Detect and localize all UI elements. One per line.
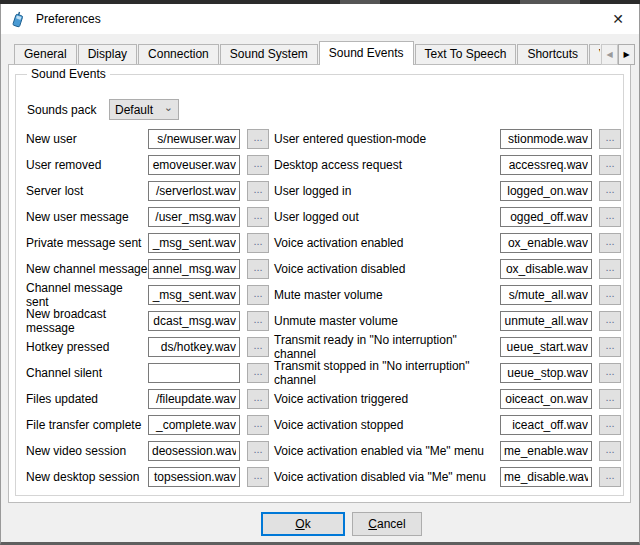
- sound-file-input[interactable]: [500, 467, 592, 487]
- browse-button[interactable]: ...: [599, 337, 621, 357]
- tab-connection[interactable]: Connection: [138, 44, 219, 64]
- browse-button[interactable]: ...: [599, 311, 621, 331]
- browse-button[interactable]: ...: [599, 233, 621, 253]
- sound-file-input[interactable]: [148, 337, 240, 357]
- sound-events-groupbox: Sound Events Sounds pack Default ⌄ New u…: [15, 74, 624, 496]
- sound-event-row: New video session ...: [26, 438, 269, 464]
- tab-shortcuts[interactable]: Shortcuts: [517, 44, 588, 64]
- tab-sound-system[interactable]: Sound System: [220, 44, 318, 64]
- browse-button[interactable]: ...: [247, 233, 269, 253]
- sound-file-input[interactable]: [148, 207, 240, 227]
- ok-button-label: Ok: [295, 517, 310, 531]
- browse-button[interactable]: ...: [599, 441, 621, 461]
- window-title: Preferences: [36, 12, 101, 26]
- browse-button[interactable]: ...: [599, 467, 621, 487]
- sound-file-input[interactable]: [500, 363, 592, 383]
- close-icon: ✕: [612, 11, 624, 27]
- browse-button[interactable]: ...: [599, 415, 621, 435]
- sounds-pack-value: Default: [115, 103, 153, 117]
- browse-button[interactable]: ...: [247, 337, 269, 357]
- browse-button[interactable]: ...: [247, 415, 269, 435]
- sound-file-input[interactable]: [500, 233, 592, 253]
- browse-button[interactable]: ...: [247, 259, 269, 279]
- sound-event-label: Transmit ready in "No interruption" chan…: [274, 333, 500, 361]
- browse-button[interactable]: ...: [599, 181, 621, 201]
- browse-button[interactable]: ...: [599, 129, 621, 149]
- browse-button[interactable]: ...: [599, 155, 621, 175]
- browse-button[interactable]: ...: [247, 155, 269, 175]
- sound-file-input[interactable]: [148, 311, 240, 331]
- browse-button[interactable]: ...: [599, 259, 621, 279]
- tab-scroll-right-button[interactable]: ▶: [618, 44, 635, 65]
- sound-file-input[interactable]: [148, 441, 240, 461]
- browse-button[interactable]: ...: [247, 467, 269, 487]
- browse-button[interactable]: ...: [247, 311, 269, 331]
- browse-button[interactable]: ...: [247, 389, 269, 409]
- sound-file-input[interactable]: [500, 441, 592, 461]
- sound-event-label: User removed: [26, 158, 148, 172]
- sound-file-input[interactable]: [148, 233, 240, 253]
- sound-file-input[interactable]: [500, 337, 592, 357]
- sound-file-input[interactable]: [500, 311, 592, 331]
- browse-button[interactable]: ...: [247, 181, 269, 201]
- sound-event-row: Transmit stopped in "No interruption" ch…: [274, 360, 621, 386]
- sound-event-label: Voice activation disabled via "Me" menu: [274, 470, 500, 484]
- browse-button[interactable]: ...: [247, 129, 269, 149]
- sound-file-input[interactable]: [500, 207, 592, 227]
- sound-event-row: New channel message ...: [26, 256, 269, 282]
- sound-file-input[interactable]: [500, 181, 592, 201]
- sound-file-input[interactable]: [148, 259, 240, 279]
- sound-event-row: Hotkey pressed ...: [26, 334, 269, 360]
- browse-button[interactable]: ...: [599, 363, 621, 383]
- sound-event-row: Channel silent ...: [26, 360, 269, 386]
- sound-file-input[interactable]: [148, 155, 240, 175]
- sound-event-row: Voice activation stopped ...: [274, 412, 621, 438]
- sound-file-input[interactable]: [500, 155, 592, 175]
- cancel-button[interactable]: Cancel: [352, 512, 422, 536]
- browse-button[interactable]: ...: [247, 363, 269, 383]
- browse-button[interactable]: ...: [247, 207, 269, 227]
- browse-button[interactable]: ...: [247, 285, 269, 305]
- sounds-pack-row: Sounds pack Default ⌄: [27, 99, 179, 120]
- sound-file-input[interactable]: [148, 363, 240, 383]
- sound-event-label: User entered question-mode: [274, 132, 500, 146]
- cancel-button-label: Cancel: [368, 517, 405, 531]
- sound-file-input[interactable]: [500, 389, 592, 409]
- sound-event-row: User logged in ...: [274, 178, 621, 204]
- sound-event-label: Voice activation disabled: [274, 262, 500, 276]
- sound-event-row: Server lost ...: [26, 178, 269, 204]
- close-button[interactable]: ✕: [607, 9, 629, 29]
- tab-sound-events[interactable]: Sound Events: [319, 41, 414, 65]
- sound-event-row: Voice activation triggered ...: [274, 386, 621, 412]
- sound-event-label: New video session: [26, 444, 148, 458]
- sound-file-input[interactable]: [500, 259, 592, 279]
- sound-event-row: Files updated ...: [26, 386, 269, 412]
- ok-button[interactable]: Ok: [261, 512, 345, 536]
- sound-event-label: User logged in: [274, 184, 500, 198]
- sound-event-label: Unmute master volume: [274, 314, 500, 328]
- sound-file-input[interactable]: [500, 285, 592, 305]
- sound-event-label: New channel message: [26, 262, 148, 276]
- sound-file-input[interactable]: [500, 129, 592, 149]
- sound-file-input[interactable]: [148, 285, 240, 305]
- sound-file-input[interactable]: [500, 415, 592, 435]
- sound-event-row: New broadcast message ...: [26, 308, 269, 334]
- sound-file-input[interactable]: [148, 129, 240, 149]
- tab-display[interactable]: Display: [78, 44, 137, 64]
- tab-general[interactable]: General: [14, 44, 77, 64]
- tab-scroll-left-button[interactable]: ◀: [601, 44, 618, 65]
- tab-video[interactable]: Video: [589, 44, 600, 64]
- tab-text-to-speech[interactable]: Text To Speech: [415, 44, 517, 64]
- sound-file-input[interactable]: [148, 415, 240, 435]
- sound-event-row: User entered question-mode ...: [274, 126, 621, 152]
- browse-button[interactable]: ...: [599, 207, 621, 227]
- sound-events-tab-page: Sound Events Sounds pack Default ⌄ New u…: [8, 64, 631, 503]
- sounds-pack-select[interactable]: Default ⌄: [109, 99, 179, 120]
- browse-button[interactable]: ...: [247, 441, 269, 461]
- sound-file-input[interactable]: [148, 389, 240, 409]
- browse-button[interactable]: ...: [599, 389, 621, 409]
- sound-file-input[interactable]: [148, 181, 240, 201]
- browse-button[interactable]: ...: [599, 285, 621, 305]
- preferences-dialog: Preferences ✕ GeneralDisplayConnectionSo…: [0, 4, 640, 545]
- sound-file-input[interactable]: [148, 467, 240, 487]
